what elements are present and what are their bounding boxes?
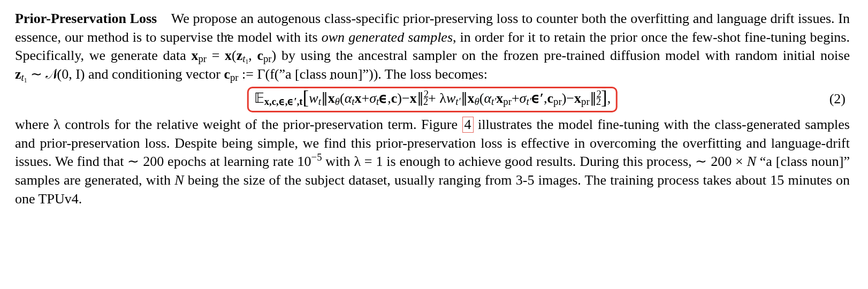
paragraph-1: Prior-Preservation Loss We propose an au…: [15, 10, 850, 83]
emphasis: own generated samples: [322, 29, 453, 45]
equation-trailing-comma: ,: [607, 89, 611, 108]
variable-N: N: [174, 172, 184, 188]
text: with λ = 1 is enough to achieve good res…: [322, 154, 747, 169]
equation-number: (2): [829, 90, 846, 109]
equation-highlight-box: 𝔼x,c,ϵ,ϵ′,t [ wt ∥ˆxθ(αtx + σtϵ, c) − x∥…: [247, 87, 618, 112]
equation-row: 𝔼x,c,ϵ,ϵ′,t [ wt ∥ˆxθ(αtx + σtϵ, c) − x∥…: [15, 87, 850, 112]
text: where λ controls for the relative weight…: [15, 117, 462, 132]
inline-math: cpr := Γ(f(”a [class noun]”)): [224, 66, 378, 82]
inline-math: xpr = ˆx(zt1, cpr): [191, 48, 276, 63]
exponent: −5: [311, 151, 322, 163]
page: Prior-Preservation Loss We propose an au…: [0, 0, 866, 218]
figure-reference[interactable]: 4: [462, 117, 474, 132]
inline-math: zt1 ∼ 𝒩(0, I): [15, 66, 85, 82]
expectation-symbol: 𝔼: [254, 89, 264, 108]
variable-N: N: [747, 154, 756, 169]
expectation-subscript: x,c,ϵ,ϵ′,t: [264, 95, 303, 109]
text: and conditioning vector: [85, 66, 224, 82]
paragraph-title: Prior-Preservation Loss: [15, 11, 157, 26]
text: by using the ancestral sampler on the fr…: [276, 48, 850, 63]
paragraph-2: where λ controls for the relative weight…: [15, 116, 850, 208]
